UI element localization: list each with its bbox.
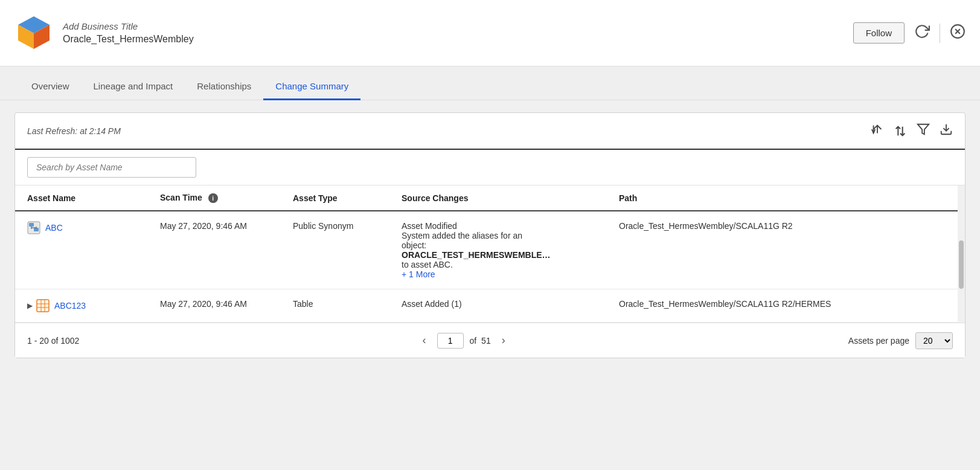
synonym-icon [27, 221, 40, 234]
filter-icon [917, 123, 930, 136]
tab-relationships[interactable]: Relationships [185, 71, 263, 100]
refresh-button[interactable] [914, 24, 930, 43]
sort-button[interactable] [871, 123, 884, 139]
asset-name-abc123: ABC123 [54, 301, 86, 311]
main-content: Last Refresh: at 2:14 PM [0, 100, 980, 370]
tab-change-summary[interactable]: Change Summary [263, 71, 360, 100]
table-cell-asset-type-abc123: Table [281, 289, 389, 323]
refresh-icon [914, 24, 930, 39]
more-link-abc[interactable]: + 1 More [402, 269, 435, 279]
pagination: 1 - 20 of 1002 ‹ of 51 › Assets per page… [15, 323, 965, 358]
table-container: Asset Name Scan Time i Asset Type Source… [15, 185, 965, 323]
table-header: Asset Name Scan Time i Asset Type Source… [15, 185, 965, 211]
scrollbar-track[interactable] [958, 185, 965, 323]
search-bar-row [15, 150, 965, 185]
app-logo [14, 14, 53, 53]
table-cell-asset-name: ▶ [15, 289, 148, 323]
page-header: Add Business Title Oracle_Test_HermesWem… [0, 0, 980, 66]
asset-name-label: Oracle_Test_HermesWembley [63, 34, 194, 45]
svg-marker-10 [918, 124, 929, 135]
table-cell-path-abc123: Oracle_Test_HermesWembley/SCALA11G R2/HE… [607, 289, 941, 323]
table-cell-asset-name: ABC [15, 211, 148, 289]
source-change-line1: Asset Modified [402, 221, 595, 231]
asset-link-abc[interactable]: ABC [27, 221, 136, 234]
per-page-label: Assets per page [848, 336, 909, 346]
col-header-path: Path [607, 185, 941, 211]
sort-direction-button[interactable] [894, 124, 907, 138]
row-expand-icon[interactable]: ▶ [27, 301, 33, 310]
download-icon [940, 123, 953, 136]
table-cell-scan-time-abc: May 27, 2020, 9:46 AM [148, 211, 281, 289]
svg-rect-13 [29, 223, 34, 227]
table-cell-scan-time-abc123: May 27, 2020, 9:46 AM [148, 289, 281, 323]
source-change-line3: object: [402, 240, 595, 250]
per-page-section: Assets per page 20 50 100 [848, 332, 953, 349]
header-right: Follow [853, 22, 966, 43]
table-cell-path-abc: Oracle_Test_HermesWembley/SCALA11G R2 [607, 211, 941, 289]
sort-arrows-icon [894, 124, 907, 138]
last-refresh-label: Last Refresh: at 2:14 PM [27, 126, 121, 136]
col-header-asset-name: Asset Name [15, 185, 148, 211]
source-change-bold: ORACLE_TEST_HERMESWEMBLE… [402, 250, 595, 260]
add-title-label: Add Business Title [63, 21, 194, 31]
scrollbar-thumb[interactable] [959, 240, 964, 289]
page-of-label: of 51 [470, 336, 491, 346]
per-page-select[interactable]: 20 50 100 [915, 332, 953, 349]
table-cell-source-changes-abc: Asset Modified System added the aliases … [389, 211, 607, 289]
prev-page-button[interactable]: ‹ [418, 332, 431, 349]
tab-lineage-impact[interactable]: Lineage and Impact [82, 71, 185, 100]
header-divider [940, 24, 940, 43]
nav-tabs: Overview Lineage and Impact Relationship… [0, 66, 980, 100]
search-input[interactable] [27, 157, 196, 178]
follow-button[interactable]: Follow [853, 22, 905, 43]
panel-header: Last Refresh: at 2:14 PM [15, 113, 965, 150]
panel-actions [871, 123, 953, 139]
col-header-asset-type: Asset Type [281, 185, 389, 211]
scan-time-info-icon[interactable]: i [208, 193, 218, 203]
asset-link-abc123[interactable]: ABC123 [36, 299, 86, 312]
source-change-line4: to asset ABC. [402, 260, 595, 269]
header-left: Add Business Title Oracle_Test_HermesWem… [14, 14, 194, 53]
next-page-button[interactable]: › [497, 332, 510, 349]
sort-icon [871, 123, 884, 136]
content-panel: Last Refresh: at 2:14 PM [14, 112, 966, 358]
table-cell-asset-type-abc: Public Synonym [281, 211, 389, 289]
page-number-input[interactable] [437, 333, 464, 349]
table-icon [36, 299, 50, 312]
download-button[interactable] [940, 123, 953, 139]
close-button[interactable] [950, 24, 966, 43]
close-icon [950, 24, 966, 39]
col-header-source-changes: Source Changes [389, 185, 607, 211]
svg-rect-18 [37, 300, 49, 312]
tab-overview[interactable]: Overview [19, 71, 82, 100]
data-table: Asset Name Scan Time i Asset Type Source… [15, 185, 965, 323]
header-title-group: Add Business Title Oracle_Test_HermesWem… [63, 21, 194, 45]
asset-name-abc: ABC [45, 223, 63, 233]
pagination-range: 1 - 20 of 1002 [27, 336, 79, 346]
pagination-controls: ‹ of 51 › [418, 332, 510, 349]
source-change-line2: System added the aliases for an [402, 231, 595, 240]
table-row: ▶ [15, 289, 965, 323]
col-header-scan-time: Scan Time i [148, 185, 281, 211]
table-row: ABC May 27, 2020, 9:46 AM Public Synonym… [15, 211, 965, 289]
table-cell-source-changes-abc123: Asset Added (1) [389, 289, 607, 323]
filter-button[interactable] [917, 123, 930, 139]
table-body: ABC May 27, 2020, 9:46 AM Public Synonym… [15, 211, 965, 323]
